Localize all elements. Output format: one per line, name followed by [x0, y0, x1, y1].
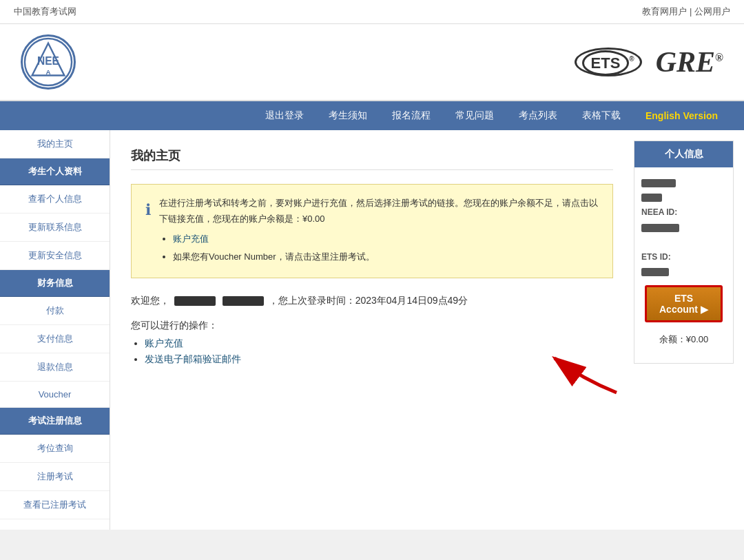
site-logo: NEE A — [21, 34, 76, 90]
nav-bar: 退出登录 考生须知 报名流程 常见问题 考点列表 表格下载 English Ve… — [0, 101, 744, 130]
op-verify-email[interactable]: 发送电子邮箱验证邮件 — [145, 353, 241, 364]
username-masked2 — [223, 296, 264, 306]
sidebar-item-register-exam[interactable]: 注册考试 — [0, 463, 110, 491]
right-panel: 个人信息 NEEA ID: ETS ID: — [634, 130, 744, 530]
sidebar-item-update-contact[interactable]: 更新联系信息 — [0, 214, 110, 242]
sidebar: 我的主页 考生个人资料 查看个人信息 更新联系信息 更新安全信息 财务信息 付款… — [0, 130, 110, 530]
gre-logo: GRE® — [656, 45, 723, 79]
info-icon: ℹ — [145, 196, 151, 267]
svg-text:A: A — [45, 68, 50, 76]
sidebar-item-seat-search[interactable]: 考位查询 — [0, 435, 110, 463]
neea-id-row: NEEA ID: — [641, 205, 726, 235]
user-links[interactable]: 教育网用户 | 公网用户 — [642, 6, 730, 18]
sidebar-item-home[interactable]: 我的主页 — [0, 130, 110, 158]
notice-text: 在进行注册考试和转考之前，要对账户进行充值，然后选择注册考试的链接。您现在的账户… — [159, 195, 599, 267]
welcome-section: 欢迎您， ，您上次登录时间：2023年04月14日09点49分 — [131, 292, 613, 309]
operations-label: 您可以进行的操作： — [131, 320, 613, 332]
svg-text:NEE: NEE — [37, 55, 59, 67]
personal-info-box: 个人信息 NEEA ID: ETS ID: — [634, 141, 734, 364]
personal-info-header: 个人信息 — [634, 141, 733, 167]
sidebar-item-payment-info[interactable]: 支付信息 — [0, 325, 110, 353]
op-recharge[interactable]: 账户充值 — [145, 338, 183, 349]
sidebar-item-view-info[interactable]: 查看个人信息 — [0, 185, 110, 214]
notice-box: ℹ 在进行注册考试和转考之前，要对账户进行充值，然后选择注册考试的链接。您现在的… — [131, 184, 613, 278]
sidebar-item-payment[interactable]: 付款 — [0, 297, 110, 325]
ets-account-button[interactable]: ETS Account — [645, 285, 723, 322]
nav-faq[interactable]: 常见问题 — [443, 101, 506, 130]
page-title: 我的主页 — [131, 147, 613, 170]
sidebar-item-update-security[interactable]: 更新安全信息 — [0, 242, 110, 270]
username-masked — [174, 296, 216, 306]
sidebar-item-view-exams[interactable]: 查看已注册考试 — [0, 491, 110, 519]
nav-english[interactable]: English Version — [633, 102, 730, 129]
sidebar-section-finance: 财务信息 — [0, 270, 110, 297]
nav-logout[interactable]: 退出登录 — [253, 101, 316, 130]
main-content: 我的主页 ℹ 在进行注册考试和转考之前，要对账户进行充值，然后选择注册考试的链接… — [110, 130, 634, 530]
nav-forms[interactable]: 表格下载 — [570, 101, 633, 130]
name-masked-row — [641, 176, 726, 191]
personal-info-content: NEEA ID: ETS ID: ETS Account 余额：¥0.00 — [634, 167, 733, 363]
partner-logos: ETS® GRE® — [575, 45, 723, 79]
ets-logo: ETS® — [575, 48, 642, 76]
sidebar-section-exam: 考试注册信息 — [0, 408, 110, 435]
notice-recharge-link[interactable]: 账户充值 — [173, 234, 209, 244]
balance-display: 余额：¥0.00 — [641, 328, 726, 354]
name-masked-row2 — [641, 191, 726, 206]
operations-list: 账户充值 发送电子邮箱验证邮件 — [145, 338, 613, 366]
site-name: 中国教育考试网 — [14, 6, 76, 18]
nav-process[interactable]: 报名流程 — [380, 101, 443, 130]
sidebar-item-voucher[interactable]: Voucher — [0, 382, 110, 408]
nav-notice[interactable]: 考生须知 — [316, 101, 380, 130]
sidebar-section-profile: 考生个人资料 — [0, 158, 110, 185]
nav-venues[interactable]: 考点列表 — [506, 101, 570, 130]
sidebar-item-refund[interactable]: 退款信息 — [0, 353, 110, 382]
ets-id-row: ETS ID: — [641, 250, 726, 280]
